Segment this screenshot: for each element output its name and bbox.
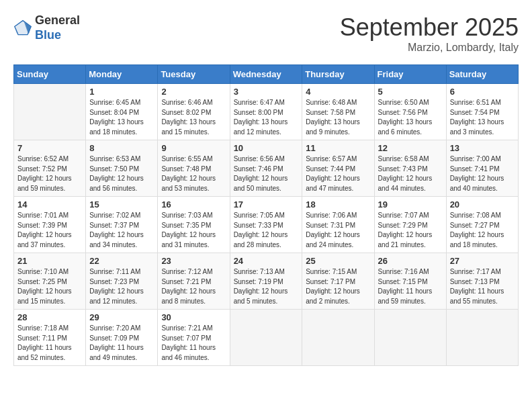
day-info: Sunrise: 7:00 AM Sunset: 7:41 PM Dayligh… xyxy=(450,154,515,193)
cell-w5-d5 xyxy=(302,310,374,366)
day-number: 23 xyxy=(161,256,226,266)
col-wednesday: Wednesday xyxy=(230,65,302,84)
day-number: 30 xyxy=(161,312,226,322)
day-info: Sunrise: 6:55 AM Sunset: 7:48 PM Dayligh… xyxy=(161,154,226,193)
day-number: 11 xyxy=(306,143,370,153)
day-number: 22 xyxy=(89,256,154,266)
day-number: 29 xyxy=(89,312,154,322)
day-info: Sunrise: 7:17 AM Sunset: 7:13 PM Dayligh… xyxy=(450,267,515,306)
cell-w2-d3: 9Sunrise: 6:55 AM Sunset: 7:48 PM Daylig… xyxy=(158,140,230,197)
day-number: 27 xyxy=(450,256,515,266)
day-info: Sunrise: 6:46 AM Sunset: 8:02 PM Dayligh… xyxy=(161,98,226,137)
week-row-5: 28Sunrise: 7:18 AM Sunset: 7:11 PM Dayli… xyxy=(14,310,519,366)
day-info: Sunrise: 7:18 AM Sunset: 7:11 PM Dayligh… xyxy=(17,324,82,363)
day-number: 28 xyxy=(17,312,82,322)
day-info: Sunrise: 7:06 AM Sunset: 7:31 PM Dayligh… xyxy=(306,211,370,250)
cell-w1-d2: 1Sunrise: 6:45 AM Sunset: 8:04 PM Daylig… xyxy=(86,84,158,140)
day-info: Sunrise: 7:03 AM Sunset: 7:35 PM Dayligh… xyxy=(161,211,226,250)
day-info: Sunrise: 6:48 AM Sunset: 7:58 PM Dayligh… xyxy=(306,98,370,137)
col-thursday: Thursday xyxy=(302,65,374,84)
col-monday: Monday xyxy=(86,65,158,84)
cell-w2-d2: 8Sunrise: 6:53 AM Sunset: 7:50 PM Daylig… xyxy=(86,140,158,197)
day-info: Sunrise: 7:10 AM Sunset: 7:25 PM Dayligh… xyxy=(17,267,82,306)
cell-w3-d6: 19Sunrise: 7:07 AM Sunset: 7:29 PM Dayli… xyxy=(374,197,446,253)
day-info: Sunrise: 7:02 AM Sunset: 7:37 PM Dayligh… xyxy=(89,211,154,250)
cell-w4-d4: 24Sunrise: 7:13 AM Sunset: 7:19 PM Dayli… xyxy=(230,253,302,310)
cell-w4-d1: 21Sunrise: 7:10 AM Sunset: 7:25 PM Dayli… xyxy=(14,253,86,310)
week-row-1: 1Sunrise: 6:45 AM Sunset: 8:04 PM Daylig… xyxy=(14,84,519,140)
month-title: September 2025 xyxy=(340,13,519,42)
cell-w3-d4: 17Sunrise: 7:05 AM Sunset: 7:33 PM Dayli… xyxy=(230,197,302,253)
cell-w5-d1: 28Sunrise: 7:18 AM Sunset: 7:11 PM Dayli… xyxy=(14,310,86,366)
cell-w2-d5: 11Sunrise: 6:57 AM Sunset: 7:44 PM Dayli… xyxy=(302,140,374,197)
cell-w3-d5: 18Sunrise: 7:06 AM Sunset: 7:31 PM Dayli… xyxy=(302,197,374,253)
cell-w2-d7: 13Sunrise: 7:00 AM Sunset: 7:41 PM Dayli… xyxy=(446,140,518,197)
location: Marzio, Lombardy, Italy xyxy=(340,42,519,54)
week-row-3: 14Sunrise: 7:01 AM Sunset: 7:39 PM Dayli… xyxy=(14,197,519,253)
day-number: 7 xyxy=(17,143,82,153)
day-info: Sunrise: 7:13 AM Sunset: 7:19 PM Dayligh… xyxy=(234,267,299,306)
cell-w5-d3: 30Sunrise: 7:21 AM Sunset: 7:07 PM Dayli… xyxy=(158,310,230,366)
day-info: Sunrise: 7:12 AM Sunset: 7:21 PM Dayligh… xyxy=(161,267,226,306)
day-info: Sunrise: 7:08 AM Sunset: 7:27 PM Dayligh… xyxy=(450,211,515,250)
cell-w1-d7: 6Sunrise: 6:51 AM Sunset: 7:54 PM Daylig… xyxy=(446,84,518,140)
cell-w1-d1 xyxy=(14,84,86,140)
calendar-header-row: Sunday Monday Tuesday Wednesday Thursday… xyxy=(14,65,519,84)
day-number: 6 xyxy=(450,87,515,97)
day-info: Sunrise: 7:01 AM Sunset: 7:39 PM Dayligh… xyxy=(17,211,82,250)
day-info: Sunrise: 7:21 AM Sunset: 7:07 PM Dayligh… xyxy=(161,324,226,363)
day-number: 9 xyxy=(161,143,226,153)
day-number: 15 xyxy=(89,199,154,210)
logo-icon xyxy=(13,19,32,38)
col-sunday: Sunday xyxy=(14,65,86,84)
day-number: 17 xyxy=(234,199,299,210)
day-info: Sunrise: 7:07 AM Sunset: 7:29 PM Dayligh… xyxy=(378,211,443,250)
cell-w3-d3: 16Sunrise: 7:03 AM Sunset: 7:35 PM Dayli… xyxy=(158,197,230,253)
cell-w1-d4: 3Sunrise: 6:47 AM Sunset: 8:00 PM Daylig… xyxy=(230,84,302,140)
cell-w5-d4 xyxy=(230,310,302,366)
calendar: Sunday Monday Tuesday Wednesday Thursday… xyxy=(13,64,519,366)
col-saturday: Saturday xyxy=(446,65,518,84)
day-number: 25 xyxy=(306,256,370,266)
cell-w1-d5: 4Sunrise: 6:48 AM Sunset: 7:58 PM Daylig… xyxy=(302,84,374,140)
day-info: Sunrise: 7:05 AM Sunset: 7:33 PM Dayligh… xyxy=(234,211,299,250)
day-number: 16 xyxy=(161,199,226,210)
week-row-2: 7Sunrise: 6:52 AM Sunset: 7:52 PM Daylig… xyxy=(14,140,519,197)
day-info: Sunrise: 6:51 AM Sunset: 7:54 PM Dayligh… xyxy=(450,98,515,137)
day-info: Sunrise: 6:52 AM Sunset: 7:52 PM Dayligh… xyxy=(17,154,82,193)
cell-w2-d6: 12Sunrise: 6:58 AM Sunset: 7:43 PM Dayli… xyxy=(374,140,446,197)
day-number: 19 xyxy=(378,199,443,210)
day-number: 24 xyxy=(234,256,299,266)
day-number: 13 xyxy=(450,143,515,153)
day-number: 20 xyxy=(450,199,515,210)
cell-w4-d3: 23Sunrise: 7:12 AM Sunset: 7:21 PM Dayli… xyxy=(158,253,230,310)
page-header: General Blue September 2025 Marzio, Lomb… xyxy=(13,13,519,54)
col-friday: Friday xyxy=(374,65,446,84)
col-tuesday: Tuesday xyxy=(158,65,230,84)
cell-w4-d5: 25Sunrise: 7:15 AM Sunset: 7:17 PM Dayli… xyxy=(302,253,374,310)
day-info: Sunrise: 6:53 AM Sunset: 7:50 PM Dayligh… xyxy=(89,154,154,193)
cell-w2-d4: 10Sunrise: 6:56 AM Sunset: 7:46 PM Dayli… xyxy=(230,140,302,197)
day-info: Sunrise: 6:45 AM Sunset: 8:04 PM Dayligh… xyxy=(89,98,154,137)
cell-w5-d2: 29Sunrise: 7:20 AM Sunset: 7:09 PM Dayli… xyxy=(86,310,158,366)
logo-text: General Blue xyxy=(35,13,80,42)
day-number: 3 xyxy=(234,87,299,97)
day-number: 21 xyxy=(17,256,82,266)
day-info: Sunrise: 6:57 AM Sunset: 7:44 PM Dayligh… xyxy=(306,154,370,193)
day-number: 2 xyxy=(161,87,226,97)
cell-w4-d2: 22Sunrise: 7:11 AM Sunset: 7:23 PM Dayli… xyxy=(86,253,158,310)
day-number: 1 xyxy=(89,87,154,97)
week-row-4: 21Sunrise: 7:10 AM Sunset: 7:25 PM Dayli… xyxy=(14,253,519,310)
cell-w3-d7: 20Sunrise: 7:08 AM Sunset: 7:27 PM Dayli… xyxy=(446,197,518,253)
cell-w5-d7 xyxy=(446,310,518,366)
cell-w3-d1: 14Sunrise: 7:01 AM Sunset: 7:39 PM Dayli… xyxy=(14,197,86,253)
cell-w1-d3: 2Sunrise: 6:46 AM Sunset: 8:02 PM Daylig… xyxy=(158,84,230,140)
day-number: 12 xyxy=(378,143,443,153)
day-info: Sunrise: 6:47 AM Sunset: 8:00 PM Dayligh… xyxy=(234,98,299,137)
cell-w3-d2: 15Sunrise: 7:02 AM Sunset: 7:37 PM Dayli… xyxy=(86,197,158,253)
cell-w4-d6: 26Sunrise: 7:16 AM Sunset: 7:15 PM Dayli… xyxy=(374,253,446,310)
cell-w4-d7: 27Sunrise: 7:17 AM Sunset: 7:13 PM Dayli… xyxy=(446,253,518,310)
day-info: Sunrise: 7:15 AM Sunset: 7:17 PM Dayligh… xyxy=(306,267,370,306)
day-number: 5 xyxy=(378,87,443,97)
cell-w5-d6 xyxy=(374,310,446,366)
